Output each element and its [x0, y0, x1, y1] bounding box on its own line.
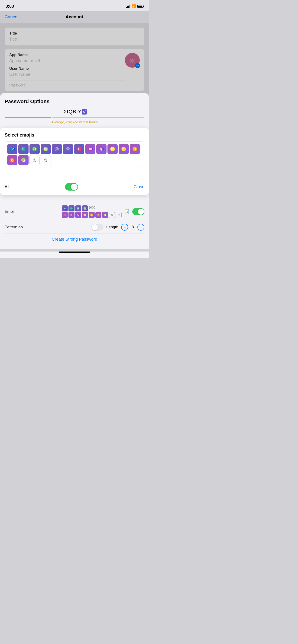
strength-label: Average, cracked within hours	[5, 120, 144, 124]
emoji-footer: All Close	[5, 183, 144, 190]
status-bar: 3:03 📶	[0, 0, 149, 11]
password-options-title: Password Options	[5, 98, 144, 104]
ep-capricorn: ♑	[75, 212, 81, 218]
home-indicator	[59, 252, 90, 253]
emoji-toggle[interactable]	[132, 208, 144, 215]
emoji-line2: ♓ ♒ ♑ ♋ ♊ ♉ ♍ ® ©	[62, 212, 122, 218]
user-name-row: User Name User Name	[9, 66, 125, 77]
password-options-card: Password Options ,2tQBIYV Average, crack…	[0, 93, 149, 199]
close-button[interactable]: Close	[134, 184, 144, 190]
battery-icon	[137, 5, 143, 8]
emoji-congratulations[interactable]: ㊗	[63, 144, 73, 154]
pattern-option-row: Pattern aa Length − 8 +	[5, 221, 144, 234]
length-control: − 8 +	[121, 224, 144, 231]
bottom-options: Emoji ♐ ♏ ♎ ♍ ㊙㊗ ♓ ♒ ♑ ♋ ♊ ♉ ♍	[0, 199, 149, 249]
emoji-edit-icon[interactable]: 📝	[124, 209, 130, 214]
title-section: Title Title	[5, 28, 144, 46]
ep-reg: ®	[109, 212, 115, 218]
ep-libra: ♎	[75, 206, 81, 212]
ep-gemini: ♊	[89, 212, 95, 218]
app-fields: App Name App name or URL User Name User …	[9, 53, 125, 88]
signal-icon	[126, 5, 130, 8]
ep-virgo: ♍	[82, 206, 88, 212]
app-icon-edit-badge[interactable]: ✏	[135, 63, 140, 68]
emoji-option-right: ♐ ♏ ♎ ♍ ㊙㊗ ♓ ♒ ♑ ♋ ♊ ♉ ♍ ® © �	[62, 206, 144, 218]
strength-bar	[5, 117, 144, 118]
emoji-virgo[interactable]: ♍	[41, 144, 51, 154]
emoji-option-row: Emoji ♐ ♏ ♎ ♍ ㊙㊗ ♓ ♒ ♑ ♋ ♊ ♉ ♍	[5, 202, 144, 221]
emoji-sagittarius[interactable]: ♐	[7, 144, 18, 154]
emoji-taurus[interactable]: ♉	[7, 155, 18, 165]
emoji-virgo2[interactable]: ♍	[18, 155, 29, 165]
pattern-option-right: Length − 8 +	[91, 224, 144, 231]
emoji-libra[interactable]: ♎	[30, 144, 40, 154]
ep-pisces: ♓	[62, 212, 68, 218]
ep-scorpio: ♏	[69, 206, 75, 212]
strength-bar-empty	[52, 117, 144, 118]
ep-taurus: ♉	[95, 212, 101, 218]
emoji-registered[interactable]: ®	[30, 155, 40, 165]
title-label: Title	[9, 31, 140, 36]
title-placeholder: Title	[9, 37, 140, 42]
emoji-toggle-thumb	[138, 209, 144, 215]
password-field-partial: Password	[9, 80, 125, 88]
length-decrease-button[interactable]: −	[121, 224, 128, 231]
user-name-label: User Name	[9, 66, 125, 71]
cancel-button[interactable]: Cancel	[5, 14, 18, 20]
emoji-cancer[interactable]: ♋	[119, 144, 129, 154]
emoji-line1: ♐ ♏ ♎ ♍ ㊙㊗	[62, 206, 122, 212]
emoji-pisces[interactable]: ♓	[74, 144, 84, 154]
emoji-capricorn[interactable]: ♑	[96, 144, 107, 154]
strength-bar-filled	[5, 117, 51, 118]
emoji-option-label: Emoji	[5, 209, 15, 214]
user-name-placeholder: User Name	[9, 72, 125, 77]
app-section: App Name App name or URL User Name User …	[5, 49, 144, 91]
password-preview-text: ,2tQBIY	[62, 109, 82, 114]
app-icon: ⚛ ✏	[125, 53, 140, 68]
emoji-preview: ♐ ♏ ♎ ♍ ㊙㊗ ♓ ♒ ♑ ♋ ♊ ♉ ♍ ® ©	[62, 206, 122, 218]
pattern-toggle-thumb	[92, 224, 98, 230]
status-time: 3:03	[6, 4, 14, 9]
password-cursor: V	[82, 109, 87, 114]
wifi-icon: 📶	[132, 4, 136, 8]
password-label: Password	[9, 83, 26, 87]
app-name-placeholder: App name or URL	[9, 58, 125, 63]
pattern-toggle[interactable]	[91, 224, 104, 231]
background-content: Title Title App Name App name or URL Use…	[0, 23, 149, 98]
all-toggle[interactable]	[65, 183, 78, 190]
emoji-search-input[interactable]	[5, 170, 144, 180]
app-name-label: App Name	[9, 53, 125, 57]
length-label: Length	[106, 225, 118, 230]
ep-secret: ㊙㊗	[89, 206, 95, 212]
create-strong-password-button[interactable]: Create Strong Password	[5, 234, 144, 244]
emoji-scorpio[interactable]: ♏	[18, 144, 29, 154]
length-value: 8	[130, 225, 135, 230]
emoji-secret[interactable]: ㊙	[52, 144, 62, 154]
nav-bar: Cancel Account	[0, 11, 149, 23]
page-title: Account	[66, 14, 83, 20]
app-name-row: App Name App name or URL	[9, 53, 125, 63]
ep-copy: ©	[116, 212, 122, 218]
status-icons: 📶	[126, 4, 143, 8]
toggle-thumb	[71, 184, 78, 190]
emoji-copyright[interactable]: ©	[41, 155, 51, 165]
ep-aquarius: ♒	[69, 212, 75, 218]
ep-sagittarius: ♐	[62, 206, 68, 212]
emoji-aquarius[interactable]: ♒	[85, 144, 95, 154]
all-label: All	[5, 184, 9, 190]
emoji-gemini[interactable]: ♊	[130, 144, 140, 154]
emoji-leo[interactable]: ♌	[107, 144, 118, 154]
password-preview: ,2tQBIYV	[5, 109, 144, 115]
emoji-grid[interactable]: ♐ ♏ ♎ ♍ ㊙ ㊗ ♓ ♒ ♑ ♌ ♋ ♊ ♉ ♍ ® ©	[5, 142, 144, 168]
pattern-option-label: Pattern aa	[5, 225, 23, 230]
ep-virgo2: ♍	[102, 212, 108, 218]
emoji-modal: Select emojis ♐ ♏ ♎ ♍ ㊙ ㊗ ♓ ♒ ♑ ♌ ♋ ♊ ♉ …	[0, 128, 149, 195]
app-icon-symbol: ⚛	[130, 56, 135, 64]
emoji-modal-title: Select emojis	[5, 132, 144, 138]
length-increase-button[interactable]: +	[137, 224, 144, 231]
ep-cancer: ♋	[82, 212, 88, 218]
